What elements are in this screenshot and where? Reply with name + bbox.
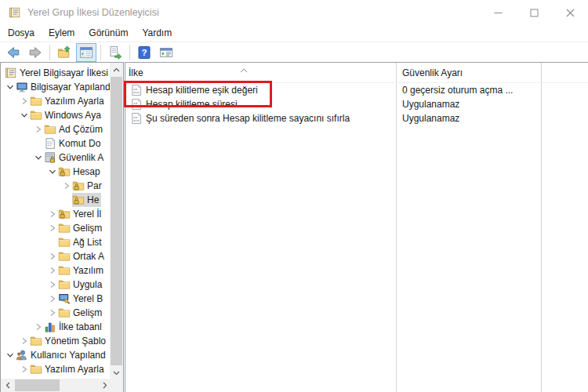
menu-eylem[interactable]: Eylem: [42, 25, 82, 42]
tree-item-label: Yazılım Ayarla: [45, 96, 104, 107]
menu-g-r-n-m[interactable]: Görünüm: [82, 25, 135, 42]
tree-item[interactable]: Yerel B: [1, 292, 111, 306]
tree-item[interactable]: Bilgisayar Yapıland: [1, 80, 111, 94]
chevron-right-icon[interactable]: [47, 265, 58, 276]
computer-key-icon: [58, 292, 71, 305]
scrollbar-thumb[interactable]: [111, 77, 122, 365]
console-tree-icon: [79, 45, 93, 60]
tree-horizontal-scrollbar[interactable]: [1, 379, 111, 392]
policy-name: Hesap kilitleme eşik değeri: [146, 85, 258, 96]
tree-item-label: Kullanıcı Yapıland: [31, 350, 106, 361]
folder-icon: [58, 264, 71, 277]
tree-item[interactable]: Komut Do: [1, 136, 111, 151]
console-window-icon: [159, 45, 173, 60]
policy-doc-icon: 10010: [130, 98, 143, 111]
back-icon: [6, 45, 20, 60]
folder-lock-icon: [58, 165, 71, 178]
tree-item[interactable]: Ortak A: [1, 249, 111, 263]
menu-dosya[interactable]: Dosya: [0, 25, 42, 42]
toolbar-separator: [129, 45, 130, 60]
tree-item[interactable]: Uygula: [1, 278, 111, 292]
tree-item[interactable]: Yazılım Ayarla: [1, 362, 111, 376]
chevron-right-icon[interactable]: [47, 307, 58, 318]
scroll-down-icon[interactable]: [110, 366, 123, 379]
tree-item[interactable]: Yazılım Ayarla: [1, 94, 111, 108]
tree-item-label: Yazılım: [73, 265, 103, 276]
chevron-right-icon[interactable]: [33, 321, 44, 332]
tree-item[interactable]: Par: [1, 179, 111, 193]
folder-lock-icon: [72, 194, 85, 206]
chevron-down-icon[interactable]: [33, 152, 44, 163]
tree-item-label: Uygula: [73, 279, 102, 290]
forward-button[interactable]: [25, 43, 45, 62]
maximize-button[interactable]: [516, 0, 552, 25]
chevron-right-icon[interactable]: [33, 124, 44, 135]
console-tree-pane: Yerel Bilgisayar İlkesiBilgisayar Yapıla…: [0, 62, 124, 392]
tree-item[interactable]: Yazılım: [1, 263, 111, 278]
up-one-level-button[interactable]: [54, 43, 74, 62]
tree-item[interactable]: İlke tabanl: [1, 320, 111, 334]
scroll-up-icon[interactable]: [110, 63, 123, 76]
folder-icon: [30, 363, 42, 376]
tree-item[interactable]: Yerel İl: [1, 207, 111, 221]
security-setting-value: Uygulanamaz: [396, 113, 541, 124]
column-header-security-setting[interactable]: Güvenlik Ayarı: [396, 67, 541, 78]
content-area: Yerel Bilgisayar İlkesiBilgisayar Yapıla…: [0, 62, 588, 392]
tree-item[interactable]: Hesap: [1, 165, 111, 179]
tree-item-label: Bilgisayar Yapıland: [31, 82, 111, 93]
column-header-policy[interactable]: İlke: [125, 67, 396, 78]
close-button[interactable]: [552, 0, 588, 25]
tree-item[interactable]: Ad Çözüm: [1, 122, 111, 136]
tree-item[interactable]: Ağ List: [1, 235, 111, 249]
tree-vertical-scrollbar[interactable]: [110, 63, 123, 379]
tree-item[interactable]: Gelişm: [1, 221, 111, 235]
folder-lock-icon: [72, 180, 85, 192]
chevron-right-icon[interactable]: [47, 223, 58, 234]
export-list-button[interactable]: [105, 43, 125, 62]
chevron-right-icon[interactable]: [19, 96, 30, 107]
tree-item[interactable]: Yerel Bilgisayar İlkesi: [1, 66, 111, 80]
tree-item-label: Yazılım Ayarla: [45, 364, 104, 375]
security-setting-value: Uygulanamaz: [396, 99, 541, 110]
tree-item[interactable]: Yönetim Şablo: [1, 334, 111, 348]
folder-icon: [30, 109, 42, 122]
tree-item[interactable]: Gelişm: [1, 306, 111, 320]
show-console-tree-button[interactable]: [76, 43, 96, 62]
chevron-down-icon[interactable]: [19, 110, 30, 121]
help-button[interactable]: ?: [134, 43, 154, 62]
minimize-button[interactable]: [480, 0, 516, 25]
chevron-down-icon[interactable]: [5, 350, 16, 361]
chevron-right-icon[interactable]: [47, 209, 58, 220]
tree-item-label: Komut Do: [59, 138, 100, 149]
policy-list-pane: İlke Güvenlik Ayarı 10010Hesap kilitleme…: [125, 62, 588, 392]
folder-icon: [30, 95, 42, 107]
chevron-down-icon[interactable]: [47, 166, 58, 177]
chevron-right-icon[interactable]: [47, 293, 58, 304]
tree-item[interactable]: Windows Aya: [1, 108, 111, 122]
chevron-right-icon[interactable]: [61, 180, 72, 191]
list-header: İlke Güvenlik Ayarı: [125, 63, 588, 83]
chevron-right-icon[interactable]: [19, 336, 30, 347]
tree-item[interactable]: Kullanıcı Yapıland: [1, 348, 111, 362]
security-setting-value: 0 geçersiz oturum açma ...: [396, 85, 541, 96]
policy-row[interactable]: 10010Hesap kilitleme süresiUygulanamaz: [125, 97, 588, 111]
chevron-right-icon[interactable]: [19, 364, 30, 375]
back-button[interactable]: [3, 43, 24, 62]
scrollbar-thumb[interactable]: [15, 379, 60, 391]
tree-item-label: Yerel İl: [73, 209, 101, 220]
console-window-button[interactable]: [156, 43, 176, 62]
tree-item-label: Yönetim Şablo: [45, 336, 106, 347]
tree-viewport: Yerel Bilgisayar İlkesiBilgisayar Yapıla…: [1, 63, 111, 379]
menu-yard-m[interactable]: Yardım: [135, 25, 179, 42]
tree-item[interactable]: Güvenlik A: [1, 151, 111, 165]
folder-icon: [30, 335, 42, 347]
chevron-down-icon[interactable]: [5, 82, 16, 93]
scroll-left-icon[interactable]: [1, 379, 14, 392]
chevron-right-icon[interactable]: [47, 251, 58, 262]
policy-doc-icon: 10010: [130, 112, 143, 125]
tree-item-label: Hesap: [73, 166, 100, 177]
tree-item[interactable]: He: [1, 193, 111, 207]
policy-row[interactable]: 10010Hesap kilitleme eşik değeri0 geçers…: [125, 83, 588, 97]
policy-row[interactable]: 10010Şu süreden sonra Hesap kilitleme sa…: [125, 111, 588, 125]
chevron-right-icon[interactable]: [47, 279, 58, 290]
